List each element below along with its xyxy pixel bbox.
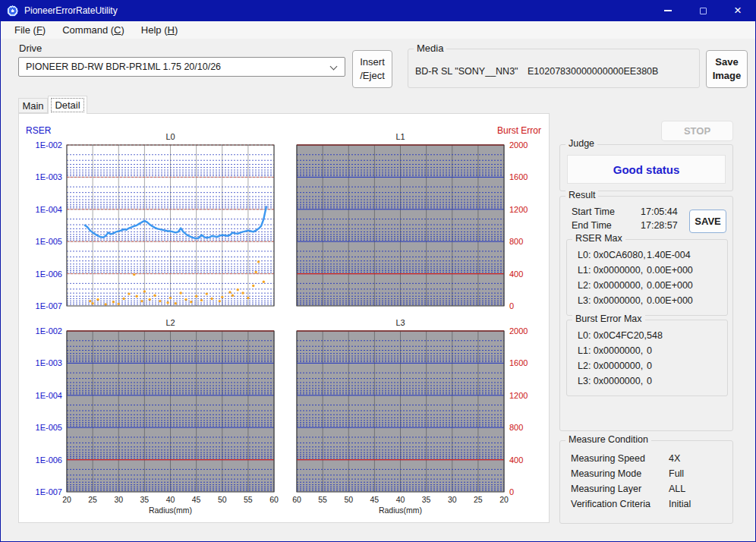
svg-text:2000: 2000 <box>509 140 528 150</box>
rser-max-row-l3: L3: 0x0000000,0.00E+000 <box>578 295 724 306</box>
svg-text:25: 25 <box>88 495 97 504</box>
svg-text:L0: L0 <box>165 132 175 141</box>
maximize-icon <box>700 8 707 14</box>
minimize-icon <box>664 10 672 11</box>
svg-text:L3: L3 <box>395 318 405 327</box>
tab-main[interactable]: Main <box>18 98 48 113</box>
rser-max-row-l2: L2: 0x0000000,0.00E+000 <box>578 280 724 291</box>
error-rate-charts: L01E-0021E-0031E-0041E-0051E-0061E-007L1… <box>19 114 550 524</box>
svg-text:30: 30 <box>114 495 123 504</box>
svg-text:1E-002: 1E-002 <box>36 140 62 150</box>
svg-text:800: 800 <box>509 237 523 246</box>
maximize-button[interactable] <box>685 0 720 21</box>
media-groupbox: Media BD-R SL "SONY__NN3" E1020783000000… <box>408 49 700 88</box>
svg-text:35: 35 <box>140 495 150 504</box>
svg-text:2000: 2000 <box>509 326 528 336</box>
save-image-button[interactable]: Save Image <box>706 50 748 88</box>
svg-text:55: 55 <box>244 495 253 504</box>
close-icon: × <box>734 4 742 17</box>
chevron-down-icon <box>330 63 338 71</box>
burst-max-row-l0: L0: 0x0C4FC20,548 <box>578 330 724 341</box>
svg-text:800: 800 <box>509 423 523 432</box>
svg-text:1E-007: 1E-007 <box>36 487 62 496</box>
svg-text:1E-002: 1E-002 <box>36 326 62 336</box>
svg-text:400: 400 <box>509 455 523 465</box>
svg-text:1E-007: 1E-007 <box>36 301 62 310</box>
window-controls: × <box>650 0 755 21</box>
burst-error-max-groupbox: Burst Error Max L0: 0x0C4FC20,548 L1: 0x… <box>566 320 728 396</box>
svg-text:Radius(mm): Radius(mm) <box>149 506 192 515</box>
svg-text:30: 30 <box>448 495 457 504</box>
burst-max-row-l2: L2: 0x0000000,0 <box>578 361 724 371</box>
svg-text:1200: 1200 <box>509 205 528 214</box>
menu-file[interactable]: File (F) <box>6 23 54 37</box>
judge-label: Judge <box>565 138 597 149</box>
svg-text:1E-006: 1E-006 <box>36 269 62 279</box>
drive-combobox[interactable]: PIONEER BD-RW BDR-PR1ML 1.75 20/10/26 <box>18 57 345 77</box>
media-disc-id: E10207830000000000EE380B <box>528 66 658 77</box>
detail-tab-pane: RSER Burst Error L01E-0021E-0031E-0041E-… <box>18 113 550 523</box>
measuring-mode-row: Measuring ModeFull <box>571 468 729 479</box>
svg-text:45: 45 <box>192 495 201 504</box>
burst-max-row-l1: L1: 0x0000000,0 <box>578 345 724 356</box>
svg-text:1600: 1600 <box>509 358 528 367</box>
svg-text:1E-006: 1E-006 <box>36 455 62 465</box>
media-label: Media <box>414 43 446 54</box>
svg-text:0: 0 <box>509 301 514 310</box>
svg-text:20: 20 <box>62 495 71 504</box>
svg-text:35: 35 <box>422 495 431 504</box>
start-time-value: 17:05:44 <box>641 206 678 217</box>
drive-selected-value: PIONEER BD-RW BDR-PR1ML 1.75 20/10/26 <box>26 61 221 72</box>
rser-max-row-l1: L1: 0x0000000,0.00E+000 <box>578 265 724 276</box>
judge-status-panel: Good status <box>567 155 726 184</box>
svg-text:45: 45 <box>370 495 380 504</box>
verification-criteria-row: Verification CriteriaInitial <box>571 499 729 509</box>
rser-max-row-l0: L0: 0x0CA6080,1.40E-004 <box>578 250 724 260</box>
svg-text:1200: 1200 <box>509 391 528 400</box>
tab-detail[interactable]: Detail <box>48 96 87 114</box>
burst-error-max-label: Burst Error Max <box>572 314 645 324</box>
svg-text:55: 55 <box>318 495 327 504</box>
svg-text:20: 20 <box>499 495 509 504</box>
save-button[interactable]: SAVE <box>689 210 726 233</box>
drive-label: Drive <box>19 43 42 54</box>
measuring-speed-row: Measuring Speed4X <box>571 453 729 464</box>
menu-bar: File (F) Command (C) Help (H) <box>0 21 756 39</box>
svg-text:1600: 1600 <box>509 172 528 181</box>
svg-text:1E-004: 1E-004 <box>36 391 62 400</box>
svg-text:1E-005: 1E-005 <box>36 237 62 246</box>
svg-text:40: 40 <box>166 495 175 504</box>
menu-help[interactable]: Help (H) <box>133 23 186 37</box>
menu-command[interactable]: Command (C) <box>54 23 133 37</box>
svg-text:1E-003: 1E-003 <box>36 358 62 367</box>
result-label: Result <box>565 190 598 200</box>
measure-condition-label: Measure Condition <box>565 434 651 445</box>
media-disc-type: BD-R SL "SONY__NN3" <box>415 66 518 77</box>
burst-max-row-l3: L3: 0x0000000,0 <box>578 376 724 386</box>
window-title: PioneerErrorRateUtility <box>24 5 118 16</box>
svg-text:60: 60 <box>269 495 279 504</box>
svg-text:50: 50 <box>218 495 227 504</box>
svg-text:400: 400 <box>509 269 523 279</box>
rser-max-label: RSER Max <box>572 233 625 244</box>
svg-text:1E-003: 1E-003 <box>36 172 62 181</box>
insert-eject-button[interactable]: Insert /Eject <box>352 50 392 88</box>
svg-text:0: 0 <box>509 487 514 496</box>
svg-text:1E-004: 1E-004 <box>36 205 62 214</box>
app-icon <box>7 5 18 17</box>
rser-max-groupbox: RSER Max L0: 0x0CA6080,1.40E-004 L1: 0x0… <box>566 239 728 316</box>
svg-text:60: 60 <box>292 495 301 504</box>
svg-text:50: 50 <box>344 495 353 504</box>
close-button[interactable]: × <box>720 0 755 21</box>
svg-text:40: 40 <box>396 495 405 504</box>
svg-text:1E-005: 1E-005 <box>36 423 62 432</box>
judge-status: Good status <box>613 163 680 176</box>
svg-text:L1: L1 <box>395 132 405 141</box>
measuring-layer-row: Measuring LayerALL <box>571 484 729 494</box>
svg-text:Radius(mm): Radius(mm) <box>379 506 422 515</box>
end-time-value: 17:28:57 <box>641 220 678 231</box>
result-groupbox: Result Start Time 17:05:44 End Time 17:2… <box>559 196 733 431</box>
stop-button[interactable]: STOP <box>661 121 733 141</box>
svg-text:25: 25 <box>474 495 483 504</box>
minimize-button[interactable] <box>650 0 685 21</box>
